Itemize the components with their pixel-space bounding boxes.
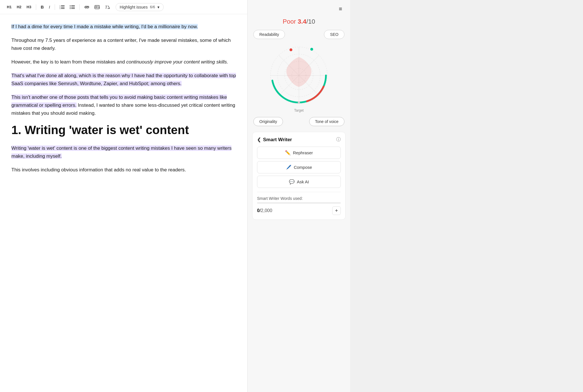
tone-of-voice-button[interactable]: Tone of voice	[309, 117, 345, 126]
divider-2	[55, 4, 55, 10]
highlight-count: 6/6	[150, 5, 155, 9]
compose-button[interactable]: 🖊️ Compose	[257, 161, 341, 173]
target-label: Target	[294, 108, 303, 112]
add-words-button[interactable]: +	[332, 206, 341, 215]
highlight-issues-label: Highlight issues	[120, 5, 148, 9]
smart-writer-title: ❮ Smart Writer	[257, 137, 292, 143]
words-used-section: Smart Writer Words used: 0/2,000 +	[257, 192, 341, 215]
score-value: 3.4	[298, 18, 307, 25]
divider-3	[79, 4, 80, 10]
compose-icon: 🖊️	[286, 165, 292, 170]
score-max: /10	[306, 18, 315, 25]
rephraser-icon: ✏️	[285, 150, 291, 155]
svg-rect-2	[61, 8, 65, 9]
rephraser-button[interactable]: ✏️ Rephraser	[257, 147, 341, 159]
h3-button[interactable]: H3	[24, 3, 34, 11]
top-metric-buttons: Readability SEO	[248, 30, 350, 39]
info-icon[interactable]: ⓘ	[336, 137, 341, 143]
readability-button[interactable]: Readability	[253, 30, 285, 39]
svg-text:3.: 3.	[59, 8, 61, 9]
editor-content[interactable]: If I had a dime for every time I made a …	[0, 14, 247, 392]
rephraser-label: Rephraser	[293, 150, 313, 155]
svg-point-29	[298, 101, 300, 104]
svg-point-28	[290, 48, 292, 51]
svg-rect-6	[71, 5, 75, 6]
smart-writer-header: ❮ Smart Writer ⓘ	[257, 137, 341, 143]
score-label: Poor	[283, 18, 296, 25]
list-buttons-group: 1. 2. 3.	[57, 3, 77, 11]
paragraph-1: If I had a dime for every time I made a …	[11, 23, 236, 31]
paragraph-3: However, the key is to learn from these …	[11, 58, 236, 66]
originality-button[interactable]: Originality	[253, 117, 283, 126]
h2-button[interactable]: H2	[15, 3, 24, 11]
svg-rect-1	[61, 7, 65, 7]
highlight-issues-dropdown[interactable]: Highlight issues 6/6 ▾	[116, 3, 164, 11]
paragraph-5: This isn't another one of those posts th…	[11, 93, 236, 117]
analytics-panel: ≡ Poor 3.4/10 Readability SEO	[248, 0, 350, 392]
words-progress-bar	[257, 202, 341, 204]
words-used-value: 0	[257, 208, 260, 213]
svg-point-27	[310, 48, 313, 51]
bold-button[interactable]: B	[38, 3, 46, 11]
svg-text:T: T	[105, 5, 108, 9]
paragraph-2: Throughout my 7.5 years of experience as…	[11, 36, 236, 52]
insert-group: T	[82, 3, 112, 11]
collapse-icon[interactable]: ❮	[257, 137, 261, 142]
svg-point-9	[70, 5, 71, 6]
highlight-purple-2: This isn't another one of those posts th…	[11, 95, 227, 108]
divider-1	[36, 4, 36, 10]
svg-rect-8	[71, 8, 75, 9]
clear-format-button[interactable]: T	[102, 3, 112, 11]
svg-rect-0	[61, 5, 65, 6]
highlight-blue-1: If I had a dime for every time I made a …	[11, 24, 198, 29]
heading-buttons-group: H1 H2 H3	[5, 3, 34, 11]
paragraph-7: This involves including obvious informat…	[11, 166, 236, 174]
svg-rect-7	[71, 7, 75, 7]
heading-1: 1. Writing 'water is wet' content	[11, 123, 236, 137]
editor-panel: H1 H2 H3 B I 1. 2. 3.	[0, 0, 248, 392]
words-count-row: 0/2,000 +	[257, 206, 341, 215]
ask-ai-button[interactable]: 💬 Ask AI	[257, 176, 341, 188]
words-count: 0/2,000	[257, 208, 272, 213]
svg-line-15	[108, 6, 110, 9]
radar-chart-container: Target	[248, 41, 350, 117]
score-display: Poor 3.4/10	[253, 18, 344, 25]
smart-writer-section: ❮ Smart Writer ⓘ ✏️ Rephraser 🖊️ Compose…	[252, 132, 346, 220]
svg-point-10	[70, 7, 71, 7]
text-format-group: B I	[38, 3, 52, 11]
highlight-purple-3: Writing 'water is wet' content is one of…	[11, 145, 231, 159]
ask-ai-label: Ask AI	[297, 179, 309, 184]
words-used-label: Smart Writer Words used:	[257, 196, 341, 201]
bottom-metric-buttons: Originality Tone of voice	[248, 117, 350, 132]
svg-point-11	[70, 8, 71, 9]
seo-button[interactable]: SEO	[324, 30, 344, 39]
smart-writer-label: Smart Writer	[263, 137, 292, 143]
toolbar: H1 H2 H3 B I 1. 2. 3.	[0, 0, 247, 14]
paragraph-4: That's what I've done all along, which i…	[11, 72, 236, 88]
link-button[interactable]	[82, 3, 92, 11]
paragraph-6: Writing 'water is wet' content is one of…	[11, 144, 236, 160]
words-total-value: 2,000	[261, 208, 272, 213]
image-button[interactable]	[92, 3, 102, 11]
compose-label: Compose	[294, 165, 312, 170]
score-section: Poor 3.4/10	[248, 16, 350, 30]
highlight-purple-1: That's what I've done all along, which i…	[11, 73, 236, 86]
radar-chart	[265, 41, 333, 110]
italic-button[interactable]: I	[47, 3, 52, 11]
unordered-list-button[interactable]	[67, 3, 77, 11]
analytics-header: ≡	[248, 0, 350, 16]
menu-button[interactable]: ≡	[336, 5, 344, 13]
ask-ai-icon: 💬	[289, 179, 295, 184]
chevron-down-icon: ▾	[157, 5, 159, 9]
ordered-list-button[interactable]: 1. 2. 3.	[57, 3, 67, 11]
h1-button[interactable]: H1	[5, 3, 14, 11]
